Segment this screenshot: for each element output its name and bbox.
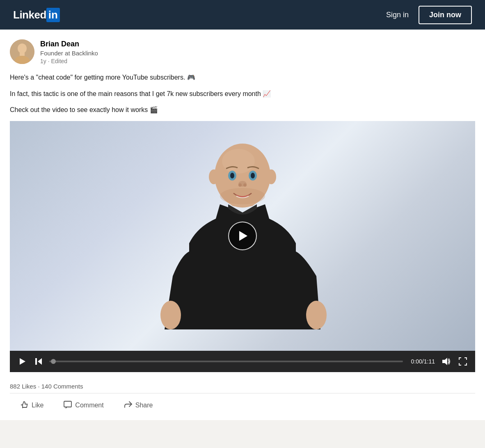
- video-thumbnail: [10, 121, 475, 351]
- svg-point-17: [160, 301, 181, 329]
- svg-rect-21: [35, 358, 37, 365]
- sign-in-button[interactable]: Sign in: [386, 11, 409, 19]
- comments-count: 140 Comments: [41, 383, 83, 390]
- author-name[interactable]: Brian Dean: [40, 39, 98, 49]
- like-label: Like: [32, 402, 43, 409]
- video-play-control[interactable]: [16, 356, 28, 367]
- post-paragraph-1: Here's a "cheat code" for getting more Y…: [10, 72, 475, 83]
- skip-back-icon: [34, 357, 43, 366]
- avatar[interactable]: [10, 39, 34, 64]
- video-volume-button[interactable]: [440, 356, 452, 367]
- share-button[interactable]: Share: [114, 396, 163, 415]
- post-meta: 1y · Edited: [40, 57, 98, 66]
- svg-rect-3: [20, 53, 25, 56]
- engagement-stats: 882 Likes · 140 Comments: [10, 379, 475, 393]
- site-header: Linkedin Sign in Join now: [0, 0, 485, 30]
- svg-point-6: [222, 149, 255, 174]
- play-icon: [239, 231, 247, 241]
- svg-point-12: [238, 183, 242, 187]
- video-play-button[interactable]: [228, 222, 257, 250]
- video-controls-bar: 0:00/1:11: [10, 351, 475, 372]
- svg-rect-23: [64, 401, 71, 407]
- engagement-separator: ·: [38, 383, 41, 390]
- comment-icon: [63, 400, 72, 411]
- author-info: Brian Dean Founder at Backlinko 1y · Edi…: [40, 39, 98, 66]
- post-paragraph-3: Check out the video to see exactly how i…: [10, 105, 475, 115]
- header-actions: Sign in Join now: [386, 6, 472, 24]
- svg-point-18: [306, 301, 327, 329]
- author-title: Founder at Backlinko: [40, 49, 98, 57]
- svg-point-13: [243, 183, 247, 187]
- video-progress-bar[interactable]: [49, 361, 403, 362]
- svg-point-15: [266, 169, 276, 184]
- svg-point-16: [220, 188, 265, 204]
- like-button[interactable]: Like: [10, 396, 53, 415]
- logo-in: in: [46, 8, 60, 22]
- post-body: Here's a "cheat code" for getting more Y…: [10, 72, 475, 115]
- svg-marker-19: [20, 358, 25, 365]
- svg-point-9: [230, 173, 234, 178]
- comment-label: Comment: [75, 402, 103, 409]
- comment-button[interactable]: Comment: [53, 396, 113, 415]
- play-control-icon: [18, 357, 26, 366]
- likes-count: 882 Likes: [10, 383, 36, 390]
- share-icon: [124, 400, 133, 411]
- post-paragraph-2: In fact, this tactic is one of the main …: [10, 89, 475, 99]
- video-player[interactable]: 0:00/1:11: [10, 121, 475, 372]
- video-skip-back-button[interactable]: [33, 356, 44, 367]
- post-header: Brian Dean Founder at Backlinko 1y · Edi…: [10, 39, 475, 66]
- post-content: Brian Dean Founder at Backlinko 1y · Edi…: [0, 30, 485, 420]
- share-label: Share: [135, 402, 153, 409]
- progress-indicator: [51, 359, 56, 364]
- video-fullscreen-button[interactable]: [457, 356, 469, 367]
- join-now-button[interactable]: Join now: [419, 6, 472, 24]
- svg-point-1: [18, 43, 27, 53]
- video-controls-right: 0:00/1:11: [408, 356, 469, 367]
- linkedin-logo[interactable]: Linkedin: [13, 8, 60, 22]
- volume-icon: [442, 357, 451, 366]
- svg-point-10: [251, 173, 255, 178]
- svg-point-14: [209, 169, 219, 184]
- svg-marker-20: [38, 358, 42, 365]
- logo-text: Linked: [13, 9, 46, 21]
- video-timestamp: 0:00/1:11: [411, 358, 435, 365]
- fullscreen-icon: [459, 357, 467, 366]
- post-actions: Like Comment Share: [10, 393, 475, 420]
- like-icon: [20, 400, 29, 411]
- svg-marker-22: [442, 358, 447, 365]
